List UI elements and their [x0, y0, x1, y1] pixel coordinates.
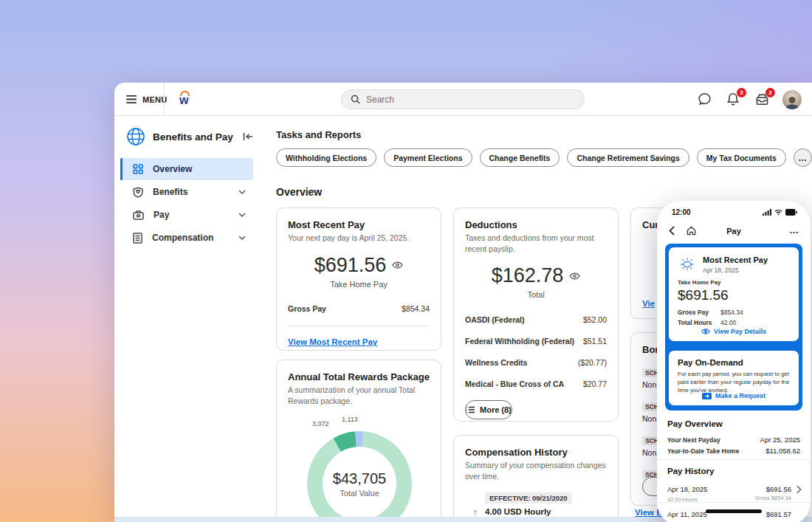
celebration-starburst-icon [678, 255, 697, 274]
shield-icon [133, 187, 143, 198]
chevron-right-icon [796, 485, 802, 494]
sidebar-item-label: Benefits [153, 187, 187, 197]
deduction-row: Wellness Credits($20.77) [465, 358, 607, 367]
notifications-button[interactable]: 3 [725, 92, 741, 108]
eye-icon[interactable] [392, 261, 403, 269]
divider [657, 459, 811, 460]
gross-pay-row: Gross Pay $854.34 [288, 304, 430, 313]
hamburger-icon [126, 95, 137, 103]
card-title: Most Recent Pay [703, 255, 768, 264]
avatar[interactable] [782, 90, 802, 109]
signal-icon [763, 209, 771, 216]
search-icon [351, 95, 360, 104]
list-icon [466, 406, 475, 413]
my-tax-documents-button[interactable]: My Tax Documents [697, 148, 786, 167]
gross-pay-row: Gross Pay $854.34 [678, 309, 790, 316]
more-tasks-button[interactable]: … [794, 148, 812, 167]
tasks-and-reports-title: Tasks and Reports [276, 129, 361, 140]
pay-history-row[interactable]: Apr 18, 2025 42.00 Hours $691.56 Gross $… [667, 481, 791, 503]
make-a-request-link[interactable]: Make a Request [669, 392, 799, 399]
card-subtitle: Your next pay day is April 25, 2025. [288, 233, 430, 244]
eye-icon[interactable] [569, 272, 580, 280]
workday-logo-w: w [179, 94, 188, 107]
pay-history-row[interactable]: Apr 11, 2025 $691.57 [667, 506, 791, 520]
phone-nav-bar: Pay … [657, 224, 811, 241]
card-subtitle: Summary of your compensation changes ove… [465, 460, 607, 481]
divider [657, 502, 811, 503]
deduction-row: Medical - Blue Cross of CA$20.77 [465, 380, 607, 388]
phone-most-recent-pay-card: Most Recent Pay Apr 18, 2025 Take Home P… [669, 247, 799, 341]
card-title: Most Recent Pay [288, 219, 430, 230]
deduction-row: Federal Withholding (Federal)$51.51 [465, 337, 607, 346]
view-link-partial[interactable]: Vie [642, 299, 655, 308]
collapse-sidebar-icon[interactable] [243, 132, 253, 141]
card-subtitle: A summarization of your annual Total Rew… [288, 385, 430, 406]
phone-pay-on-demand-card: Pay On-Demand For each pay period, you c… [669, 351, 799, 405]
search-input[interactable] [366, 95, 575, 105]
phone-blue-panel: Most Recent Pay Apr 18, 2025 Take Home P… [665, 244, 802, 411]
amount-label: Total [465, 290, 607, 299]
deductions-total: $162.78 [492, 264, 564, 287]
chevron-down-icon [238, 190, 246, 194]
overview-heading: Overview [276, 186, 322, 198]
donut-segment-label: 3,072 [312, 420, 329, 427]
total-value-amount: $43,705 [333, 470, 386, 487]
wallet-icon [133, 210, 144, 220]
divider [288, 326, 430, 326]
banknote-icon [702, 393, 712, 399]
pay-history-title: Pay History [667, 467, 714, 475]
deduction-row: OASDI (Federal)$52.00 [465, 315, 607, 324]
payment-elections-button[interactable]: Payment Elections [384, 148, 472, 167]
deductions-card: Deductions Taxes and deductions from you… [453, 207, 619, 422]
sidebar-item-label: Overview [153, 164, 192, 174]
withholding-elections-button[interactable]: Withholding Elections [276, 148, 376, 167]
sidebar-header: Benefits and Pay [126, 127, 253, 146]
view-most-recent-pay-link[interactable]: View Most Recent Pay [288, 337, 377, 346]
annual-total-rewards-card: Annual Total Rewards Package A summariza… [276, 360, 441, 522]
dashboard-grid-icon [133, 164, 143, 174]
card-title: Deductions [465, 219, 607, 230]
total-value-label: Total Value [340, 489, 379, 498]
sidebar-item-pay[interactable]: Pay [120, 204, 253, 226]
menu-button[interactable]: MENU [126, 83, 168, 116]
notifications-badge: 3 [737, 88, 746, 97]
take-home-label: Take Home Pay [678, 279, 790, 286]
pay-overview-title: Pay Overview [667, 419, 723, 428]
phone-mockup: 12:00 Pay … [657, 201, 811, 522]
card-title: Annual Total Rewards Package [288, 371, 430, 382]
view-pay-details-link[interactable]: View Pay Details [669, 328, 799, 335]
sidebar-item-benefits[interactable]: Benefits [120, 181, 253, 203]
app-window: MENU w 3 [114, 83, 812, 522]
tasks-button-row: Withholding Elections Payment Elections … [276, 148, 812, 167]
inbox-button[interactable]: 2 [754, 92, 770, 108]
phone-status-bar: 12:00 [672, 208, 797, 216]
compensation-history-card: Compensation History Summary of your com… [453, 435, 619, 522]
effective-date-badge: EFFECTIVE: 09/21/2020 [485, 492, 572, 504]
take-home-amount: $691.56 [678, 287, 790, 303]
globe-icon [126, 127, 145, 146]
change-retirement-savings-button[interactable]: Change Retirement Savings [567, 148, 689, 167]
more-deductions-button[interactable]: More (8) [465, 400, 512, 419]
phone-page-title: Pay [657, 227, 811, 236]
next-payday-row: Your Next Payday Apr 25, 2025 [667, 436, 800, 444]
sidebar-item-compensation[interactable]: Compensation [120, 227, 253, 249]
card-subtitle: Taxes and deductions from your most rece… [465, 233, 607, 254]
card-description: For each pay period, you can request to … [678, 371, 790, 395]
chevron-down-icon [238, 236, 246, 240]
ytd-take-home-row: Year-to-Date Take Home $11,058.62 [667, 447, 800, 455]
phone-more-icon[interactable]: … [789, 224, 799, 236]
sidebar-title: Benefits and Pay [153, 131, 233, 142]
change-benefits-button[interactable]: Change Benefits [480, 148, 560, 167]
total-hours-row: Total Hours 42.00 [678, 319, 790, 326]
wifi-icon [774, 209, 782, 216]
take-home-amount: $691.56 [314, 254, 387, 277]
amount-label: Take Home Pay [288, 280, 430, 289]
chat-button[interactable] [696, 92, 712, 108]
sidebar-item-overview[interactable]: Overview [120, 158, 253, 180]
workday-logo[interactable]: w [179, 92, 194, 109]
most-recent-pay-card: Most Recent Pay Your next pay day is Apr… [276, 207, 441, 351]
pay-date: Apr 18, 2025 [703, 267, 768, 274]
search-bar[interactable] [341, 89, 585, 109]
card-title: Compensation History [465, 447, 607, 458]
document-icon [133, 233, 142, 244]
